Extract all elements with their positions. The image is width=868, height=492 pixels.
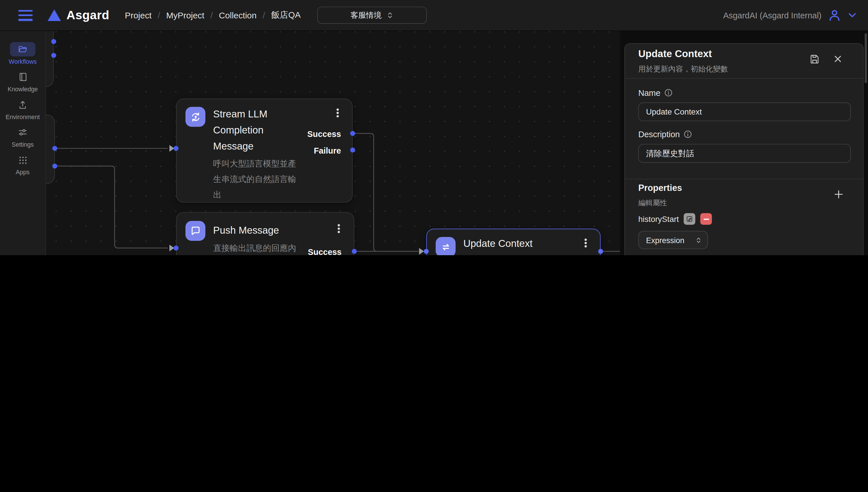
properties-subtitle: 編輯屬性 xyxy=(638,198,667,208)
node-stream-llm[interactable]: Stream LLM Completion Message 呼叫大型語言模型並產… xyxy=(176,98,352,203)
select-chevrons-icon xyxy=(695,236,702,244)
properties-title: Properties xyxy=(638,183,682,193)
page-scrollbar[interactable] xyxy=(865,33,867,83)
select-chevrons-icon xyxy=(386,11,394,20)
sidebar: Workflows Knowledge Environment Settings… xyxy=(0,31,46,255)
sidebar-item-label: Apps xyxy=(16,169,30,175)
sidebar-item-label: Settings xyxy=(12,141,34,148)
output-label-success: Success xyxy=(308,247,341,255)
chat-bubble-icon xyxy=(185,221,205,241)
breadcrumb: Project / MyProject / Collection / 飯店QA xyxy=(125,9,300,21)
sidebar-item-label: Knowledge xyxy=(8,86,38,93)
description-field-label: Description xyxy=(638,129,692,139)
account-chevron-down-icon[interactable] xyxy=(848,11,857,19)
div xyxy=(625,78,864,79)
inspector-panel: Update Context 用於更新內容，初始化變數 Name Update … xyxy=(624,43,863,255)
output-port[interactable] xyxy=(51,53,56,58)
folder-icon xyxy=(18,45,28,54)
sidebar-item-apps[interactable]: Apps xyxy=(0,153,45,175)
name-field-label: Name xyxy=(638,88,673,98)
breadcrumb-myproject[interactable]: MyProject xyxy=(166,10,204,20)
swap-arrows-icon xyxy=(436,237,455,255)
logo-text: Asgard xyxy=(66,8,109,22)
output-port[interactable] xyxy=(52,164,57,169)
node-menu-kebab-icon[interactable] xyxy=(334,222,344,235)
environment-select[interactable]: 客服情境 xyxy=(317,7,427,24)
logo-triangle-icon xyxy=(48,9,61,21)
property-name: historyStart xyxy=(638,215,679,223)
input-port[interactable] xyxy=(174,146,178,151)
node-push-message[interactable]: Push Message 直接輸出訊息的回應內容 Success Failure xyxy=(176,212,354,255)
node-description: 呼叫大型語言模型並產生串流式的自然語言輸出 xyxy=(213,156,298,203)
breadcrumb-separator: / xyxy=(263,10,265,20)
input-port[interactable] xyxy=(174,245,178,250)
sidebar-item-settings[interactable]: Settings xyxy=(0,125,45,148)
sidebar-item-label: Workflows xyxy=(8,58,36,65)
stream-icon xyxy=(185,107,205,127)
output-port-success[interactable] xyxy=(350,131,355,136)
sidebar-item-label: Environment xyxy=(5,114,40,120)
output-port[interactable] xyxy=(52,146,57,151)
node-update-context[interactable]: Update Context 清除歷史對話 xyxy=(426,228,600,255)
top-bar: Asgard Project / MyProject / Collection … xyxy=(0,0,868,31)
account-label: AsgardAI (Asgard Internal) xyxy=(723,10,821,20)
node-menu-kebab-icon[interactable] xyxy=(333,107,343,119)
breadcrumb-project[interactable]: Project xyxy=(125,10,152,20)
property-type-select[interactable]: Expression xyxy=(638,231,708,249)
add-property-icon[interactable] xyxy=(832,188,845,201)
inspector-region: Update Context 用於更新內容，初始化變數 Name Update … xyxy=(620,31,868,255)
user-icon[interactable] xyxy=(827,8,841,22)
save-icon[interactable] xyxy=(808,52,821,65)
apps-grid-icon xyxy=(18,155,28,165)
panel-subtitle: 用於更新內容，初始化變數 xyxy=(638,64,728,74)
breadcrumb-collection[interactable]: Collection xyxy=(219,10,256,20)
description-input[interactable]: 清除歷史對話 xyxy=(638,144,851,163)
node-title: Update Context xyxy=(463,236,585,252)
output-port[interactable] xyxy=(51,39,56,44)
breadcrumb-workflow[interactable]: 飯店QA xyxy=(271,9,301,21)
output-label-failure: Failure xyxy=(314,146,341,155)
output-port-failure[interactable] xyxy=(350,148,355,152)
info-icon xyxy=(684,130,692,138)
sidebar-item-environment[interactable]: Environment xyxy=(0,97,45,120)
edit-property-button[interactable] xyxy=(684,213,695,225)
remove-property-button[interactable] xyxy=(700,213,712,225)
menu-icon[interactable] xyxy=(18,10,33,21)
div xyxy=(625,179,864,179)
environment-select-value: 客服情境 xyxy=(350,10,381,20)
workflow-canvas[interactable]: Stream LLM Completion Message 呼叫大型語言模型並產… xyxy=(0,31,620,255)
account-area: AsgardAI (Asgard Internal) xyxy=(723,8,857,22)
input-port[interactable] xyxy=(424,249,428,254)
sliders-icon xyxy=(18,127,28,138)
app-root: Asgard Project / MyProject / Collection … xyxy=(0,0,868,255)
sidebar-item-knowledge[interactable]: Knowledge xyxy=(0,70,45,93)
sidebar-item-workflows[interactable]: Workflows xyxy=(0,42,45,65)
book-icon xyxy=(18,72,28,82)
node-menu-kebab-icon[interactable] xyxy=(581,237,591,249)
output-port[interactable] xyxy=(598,249,603,254)
node-title: Stream LLM Completion Message xyxy=(213,106,282,154)
panel-title: Update Context xyxy=(638,48,712,60)
info-icon xyxy=(664,89,672,97)
node-title: Push Message xyxy=(213,222,324,239)
name-input[interactable]: Update Context xyxy=(638,102,851,121)
output-port-success[interactable] xyxy=(352,249,357,254)
close-icon[interactable] xyxy=(831,52,844,65)
node-description: 直接輸出訊息的回應內容 xyxy=(213,240,298,255)
output-label-success: Success xyxy=(307,129,341,139)
property-row: historyStart xyxy=(638,213,712,225)
node-description: 清除歷史對話 xyxy=(463,253,585,255)
upload-icon xyxy=(18,100,28,109)
breadcrumb-separator: / xyxy=(210,10,213,20)
breadcrumb-separator: / xyxy=(157,10,160,20)
